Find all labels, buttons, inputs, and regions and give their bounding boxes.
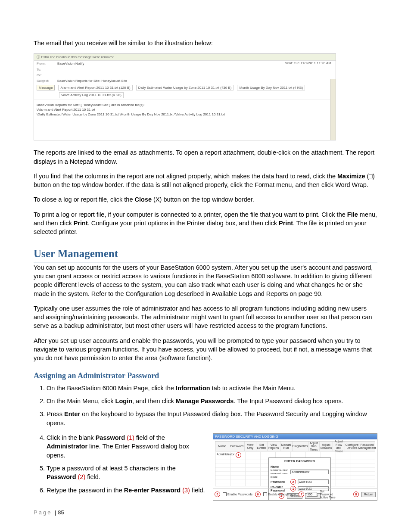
email-cc: Cc: <box>34 72 336 78</box>
attachment-file[interactable]: Alarm and Alert Report 2011 10 31.txt (1… <box>58 85 132 90</box>
dialog-title: ENTER PASSWORD <box>271 459 329 464</box>
window-footer: 5 Enable Passwords 6 Enable Change Logs … <box>213 488 377 500</box>
callout-6: 6 <box>255 492 261 497</box>
heading-assigning-admin-password: Assigning an Administrator Password <box>34 370 377 381</box>
email-to: To: <box>34 67 336 72</box>
paragraph: You can set up accounts for the users of… <box>34 263 377 298</box>
page-footer: Page | 85 <box>34 509 64 516</box>
grid-header: Name Password View Only Set Events View … <box>215 441 375 451</box>
callout-2: 2 <box>290 479 296 485</box>
scrollbar[interactable] <box>330 79 336 140</box>
return-button[interactable]: Return <box>361 492 376 497</box>
steps-list-cont: Click in the blank Password (1) field of… <box>34 433 205 495</box>
attachment-file[interactable]: Valve Activity Log 2011 10 31.txt (4 KB) <box>59 92 124 98</box>
paragraph: Typically one user assumes the role of a… <box>34 304 377 330</box>
email-screenshot: ⓘ Extra line breaks in this message were… <box>34 53 336 140</box>
step-1: On the BaseStation 6000 Main Page, click… <box>47 384 377 392</box>
paragraph: To close a log or report file, click the… <box>34 195 377 204</box>
email-info-banner: ⓘ Extra line breaks in this message were… <box>34 54 336 61</box>
attachment-file[interactable]: Month Usage By Day Nov 2011.txt (4 KB) <box>237 85 305 90</box>
attachment-file[interactable]: Daily Estimated Water Usage by Zone 2011… <box>136 85 234 90</box>
window-title: PASSWORD SECURITY AND LOGGING <box>213 434 377 439</box>
admin-row-label: Administrator <box>217 452 234 457</box>
step-6: Retype the password in the Re-enter Pass… <box>47 486 205 495</box>
steps-list: On the BaseStation 6000 Main Page, click… <box>34 384 377 427</box>
step-2: On the Main Menu, click Login, and then … <box>47 397 377 405</box>
callout-5: 5 <box>215 492 220 497</box>
intro-text: The email that you receive will be simil… <box>34 39 377 47</box>
email-sent: Sent: Tue 11/1/2011 11:20 AM <box>285 61 331 65</box>
email-body: BaseVision Reports for Site: [ Honeylocu… <box>34 100 336 120</box>
paragraph: After you set up user accounts and enabl… <box>34 336 377 363</box>
paragraph: The reports are linked to the email as a… <box>34 148 377 166</box>
enable-change-logs-checkbox[interactable]: Enable Change Logs <box>263 492 296 497</box>
active-time-label: Set Password Active Time <box>320 490 337 499</box>
enable-passwords-checkbox[interactable]: Enable Passwords <box>223 492 252 497</box>
name-input[interactable]: Administrator <box>290 470 329 474</box>
heading-user-management: User Management <box>34 246 377 262</box>
password-window-screenshot: PASSWORD SECURITY AND LOGGING Name Passw… <box>213 433 377 501</box>
step-3: Press Enter on the keyboard to bypass th… <box>47 410 377 427</box>
active-time-input[interactable]: 500 <box>307 492 317 497</box>
callout-7: 7 <box>299 492 304 497</box>
email-attachments: Message Alarm and Alert Report 2011 10 3… <box>34 84 336 92</box>
message-tab[interactable]: Message <box>37 85 55 90</box>
paragraph: If you find that the columns in the repo… <box>34 172 377 190</box>
step-4: Click in the blank Password (1) field of… <box>47 433 205 460</box>
step-5: Type a password of at least 5 characters… <box>47 464 205 482</box>
email-subject: Subject:BaseVision Reports for Site: Hon… <box>34 78 336 84</box>
password-input[interactable]: wate R23 <box>298 479 329 484</box>
paragraph: To print a log or report file, if your c… <box>34 210 377 236</box>
callout-8: 8 <box>353 492 359 497</box>
